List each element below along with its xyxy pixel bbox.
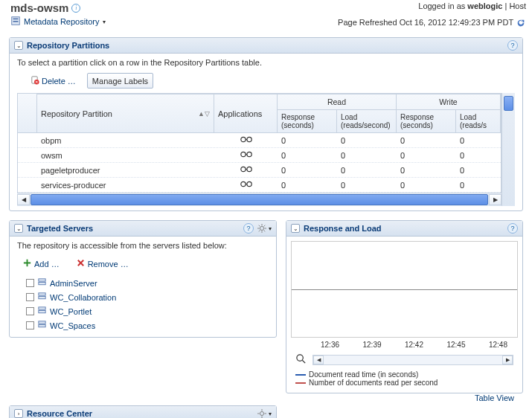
cell-partition-name: pageletproducer xyxy=(37,163,214,177)
server-item[interactable]: WC_Collaboration xyxy=(26,290,269,304)
server-icon xyxy=(37,292,47,303)
cell-read-load: 0 xyxy=(337,148,397,162)
scroll-left-arrow[interactable]: ◀ xyxy=(17,194,30,205)
cell-write-response: 0 xyxy=(397,133,456,147)
resource-center-panel: › Resource Center ▾ xyxy=(9,405,277,418)
cell-applications[interactable] xyxy=(214,163,278,177)
horizontal-scrollbar[interactable]: ◀ ▶ xyxy=(17,193,501,206)
cell-read-response: 0 xyxy=(278,163,337,177)
server-icon xyxy=(37,306,47,317)
col-applications[interactable]: Applications xyxy=(214,94,278,132)
scroll-left-arrow[interactable]: ◀ xyxy=(313,356,324,364)
cell-read-response: 0 xyxy=(278,133,337,147)
chevron-down-icon[interactable]: ▾ xyxy=(269,225,272,232)
svg-rect-31 xyxy=(39,311,45,313)
table-row[interactable]: owsm 0 0 0 0 xyxy=(18,148,501,163)
cell-applications[interactable] xyxy=(214,133,278,147)
svg-point-36 xyxy=(260,412,263,416)
table-row[interactable]: obpm 0 0 0 0 xyxy=(18,133,501,148)
svg-point-6 xyxy=(246,137,251,141)
refresh-icon[interactable] xyxy=(516,18,526,28)
server-label[interactable]: AdminServer xyxy=(50,279,97,288)
time-scrollbar[interactable]: ◀ ▶ xyxy=(313,355,513,365)
gear-icon[interactable] xyxy=(257,408,267,418)
col-write-load[interactable]: Load (reads/s xyxy=(456,109,501,132)
axis-tick: 12:48 xyxy=(489,341,507,349)
cell-partition-name: obpm xyxy=(37,133,214,147)
collapse-button[interactable]: ⌄ xyxy=(14,224,23,233)
cell-partition-name: owsm xyxy=(37,148,214,162)
svg-rect-32 xyxy=(39,321,45,324)
cell-write-load: 0 xyxy=(456,163,501,177)
chevron-down-icon[interactable]: ▾ xyxy=(269,411,272,417)
table-row[interactable]: pageletproducer 0 0 0 0 xyxy=(18,163,501,178)
partitions-instruction: To select a partition click on a row in … xyxy=(17,58,515,67)
collapse-button[interactable]: ⌄ xyxy=(14,41,23,50)
breadcrumb-dropdown[interactable]: Metadata Repository ▾ xyxy=(10,16,106,28)
remove-button[interactable]: Remove … xyxy=(71,256,134,271)
col-read-response[interactable]: Response (seconds) xyxy=(278,109,337,132)
server-label[interactable]: WC_Collaboration xyxy=(50,293,116,302)
logged-in-status: Logged in as weblogic | Host xyxy=(338,1,526,10)
legend-swatch xyxy=(295,382,306,384)
manage-labels-button[interactable]: Manage Labels xyxy=(87,73,153,89)
col-read-load[interactable]: Load (reads/second) xyxy=(337,109,397,132)
server-item[interactable]: WC_Spaces xyxy=(26,318,269,332)
server-item[interactable]: AdminServer xyxy=(26,276,269,290)
legend-item: Number of documents read per second xyxy=(295,379,513,387)
svg-rect-27 xyxy=(39,283,45,285)
svg-line-35 xyxy=(302,360,305,363)
glasses-icon xyxy=(240,165,253,175)
help-icon[interactable]: ? xyxy=(507,223,518,234)
checkbox[interactable] xyxy=(26,279,34,287)
info-icon[interactable]: i xyxy=(71,4,80,13)
delete-icon xyxy=(30,75,39,86)
svg-line-24 xyxy=(264,225,266,227)
collapse-button[interactable]: ⌄ xyxy=(291,224,300,233)
cell-read-load: 0 xyxy=(337,178,397,192)
server-icon xyxy=(37,320,47,331)
svg-line-22 xyxy=(259,225,260,227)
table-row[interactable]: services-producer 0 0 0 0 xyxy=(18,178,501,193)
expand-button[interactable]: › xyxy=(14,409,23,418)
help-icon[interactable]: ? xyxy=(243,223,254,234)
cell-write-response: 0 xyxy=(397,163,456,177)
sort-icon[interactable]: ▲▽ xyxy=(198,110,210,118)
chart-area xyxy=(291,241,518,338)
cell-applications[interactable] xyxy=(214,178,278,192)
help-icon[interactable]: ? xyxy=(507,40,518,51)
x-icon xyxy=(76,258,86,269)
cell-read-response: 0 xyxy=(278,148,337,162)
repository-partitions-panel: ⌄ Repository Partitions ? To select a pa… xyxy=(9,37,523,211)
delete-button[interactable]: Delete … xyxy=(25,73,81,89)
cell-write-load: 0 xyxy=(456,148,501,162)
partitions-table: Repository Partition ▲▽ Applications Rea… xyxy=(17,93,501,193)
checkbox[interactable] xyxy=(26,307,34,315)
checkbox[interactable] xyxy=(26,321,34,329)
checkbox[interactable] xyxy=(26,293,34,301)
magnifier-icon[interactable] xyxy=(295,353,307,366)
panel-title: Repository Partitions xyxy=(27,41,109,50)
legend-swatch xyxy=(295,374,306,376)
cell-applications[interactable] xyxy=(214,148,278,162)
cell-read-response: 0 xyxy=(278,178,337,192)
server-label[interactable]: WC_Portlet xyxy=(50,307,92,316)
col-repository-partition[interactable]: Repository Partition ▲▽ xyxy=(37,94,214,132)
axis-tick: 12:36 xyxy=(321,341,339,349)
cell-write-response: 0 xyxy=(397,148,456,162)
server-label[interactable]: WC_Spaces xyxy=(50,321,95,330)
table-view-link[interactable]: Table View xyxy=(286,393,523,402)
svg-point-12 xyxy=(246,167,251,171)
cell-write-load: 0 xyxy=(456,178,501,192)
col-group-write: Write xyxy=(397,94,501,109)
col-write-response[interactable]: Response (seconds) xyxy=(397,109,456,132)
cell-write-load: 0 xyxy=(456,133,501,147)
scroll-right-arrow[interactable]: ▶ xyxy=(502,356,513,364)
svg-rect-26 xyxy=(39,279,45,281)
gear-icon[interactable] xyxy=(257,223,267,234)
repository-icon xyxy=(10,16,21,28)
server-item[interactable]: WC_Portlet xyxy=(26,304,269,318)
scroll-right-arrow[interactable]: ▶ xyxy=(489,194,501,205)
add-button[interactable]: Add … xyxy=(17,256,65,271)
vertical-scrollbar[interactable] xyxy=(501,93,515,206)
